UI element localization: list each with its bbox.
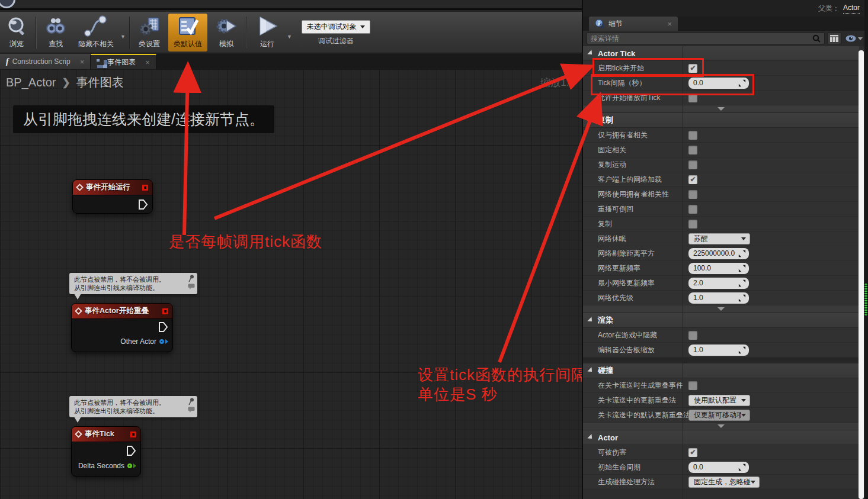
details-info-icon xyxy=(595,19,604,28)
category-expander[interactable] xyxy=(583,305,859,313)
breadcrumb-root[interactable]: BP_Actor xyxy=(6,76,56,89)
checkbox-only-relevant-to-owner[interactable] xyxy=(688,131,697,140)
category-expander[interactable] xyxy=(583,423,859,430)
node-event-actor-begin-overlap[interactable]: 事件Actor开始重叠 Other Actor xyxy=(71,303,173,352)
window-scrollbar-thumb[interactable] xyxy=(864,283,868,316)
tab-details[interactable]: 细节 xyxy=(589,17,678,31)
details-tab-row: 细节 xyxy=(583,17,868,31)
node-disabled-icon[interactable] xyxy=(142,185,148,191)
tab-event-graph[interactable]: 事件图表 xyxy=(91,54,156,69)
event-graph-icon xyxy=(97,59,104,65)
tab-close-icon[interactable] xyxy=(80,57,85,66)
exec-pin-icon[interactable] xyxy=(159,322,168,332)
initial-life-span-input[interactable]: 0.0 xyxy=(688,462,749,473)
checkbox-replicates[interactable] xyxy=(688,220,697,228)
class-settings-button[interactable]: 类设置 xyxy=(132,14,166,51)
checkbox-generate-overlap-events-during-streaming[interactable] xyxy=(688,381,697,390)
spin-diagonal-icon[interactable] xyxy=(738,294,746,302)
node-title: 事件开始运行 xyxy=(86,182,139,192)
parent-class-value[interactable]: Actor xyxy=(843,4,860,14)
section-header-rendering[interactable]: 渲染 xyxy=(583,313,859,328)
checkbox-net-load-on-client[interactable] xyxy=(688,175,697,184)
search-input[interactable] xyxy=(591,34,812,43)
net-update-frequency-input[interactable]: 100.0 xyxy=(688,263,749,274)
hide-unrelated-button[interactable]: 隐藏不相关 xyxy=(73,14,119,51)
section-header-collision[interactable]: 碰撞 xyxy=(583,363,859,378)
parent-class: 父类： Actor xyxy=(818,4,860,14)
debug-object-dropdown[interactable]: 未选中调试对象 xyxy=(302,20,370,34)
spin-diagonal-icon[interactable] xyxy=(738,250,746,257)
play-button[interactable]: 运行 xyxy=(249,14,286,51)
view-options-button[interactable] xyxy=(844,35,864,42)
annotation-line2: 单位是S 秒 xyxy=(418,385,582,404)
debug-group: 未选中调试对象 调试过滤器 xyxy=(302,19,370,46)
net-dormancy-dropdown[interactable]: 苏醒 xyxy=(688,233,750,244)
details-scrollbar-thumb[interactable] xyxy=(859,50,864,499)
checkbox-replicate-movement[interactable] xyxy=(688,160,697,169)
find-button[interactable]: 查找 xyxy=(39,14,73,51)
comment-bubble-icon[interactable] xyxy=(188,407,195,413)
checkbox-allow-tick-before-begin-play[interactable] xyxy=(688,94,697,102)
output-pin-delta-seconds[interactable]: Delta Seconds xyxy=(78,462,136,470)
checkbox-net-use-owner-relevancy[interactable] xyxy=(688,190,697,199)
eye-icon xyxy=(845,35,856,42)
checkbox-start-with-tick-enabled[interactable] xyxy=(688,64,697,73)
node-event-begin-play[interactable]: 事件开始运行 xyxy=(72,179,153,214)
note-line1: 此节点被禁用，将不会被调用。 xyxy=(74,398,182,407)
section-gap xyxy=(583,358,859,363)
editor-billboard-scale-input[interactable]: 1.0 xyxy=(688,345,749,356)
node-disabled-icon[interactable] xyxy=(130,432,136,437)
spin-diagonal-icon[interactable] xyxy=(738,79,746,87)
checkbox-actor-hidden-in-game[interactable] xyxy=(688,331,697,340)
class-defaults-button[interactable]: 类默认值 xyxy=(168,14,207,51)
checkbox-can-be-damaged[interactable] xyxy=(688,448,697,457)
find-label: 查找 xyxy=(49,39,63,49)
expand-triangle-icon xyxy=(587,50,594,56)
update-overlaps-method-dropdown[interactable]: 使用默认配置 xyxy=(688,395,750,406)
play-caret-icon[interactable]: ▼ xyxy=(287,25,292,40)
output-pin-other-actor[interactable]: Other Actor xyxy=(120,337,168,346)
min-net-update-frequency-input[interactable]: 2.0 xyxy=(688,278,749,289)
details-tab-label: 细节 xyxy=(608,19,657,29)
section-header-actor-tick[interactable]: Actor Tick xyxy=(583,46,859,61)
object-pin-icon xyxy=(159,339,164,344)
hide-unrelated-caret-icon[interactable]: ▼ xyxy=(120,25,126,40)
section-header-actor[interactable]: Actor xyxy=(583,430,859,445)
search-box[interactable] xyxy=(587,33,825,44)
spin-diagonal-icon[interactable] xyxy=(738,346,746,354)
row-allow-tick-before-begin-play: 允许开始播放前Tick xyxy=(583,91,859,105)
tab-label: Construction Scrip xyxy=(12,57,71,66)
pin-icon[interactable] xyxy=(188,398,194,405)
node-header: 事件开始运行 xyxy=(73,180,152,195)
section-header-replication[interactable]: 复制 xyxy=(583,113,859,128)
spin-diagonal-icon[interactable] xyxy=(738,279,746,287)
default-update-overlaps-method-dropdown[interactable]: 仅更新可移动项 xyxy=(688,410,750,421)
exec-pin-icon[interactable] xyxy=(127,446,136,456)
tab-label: 事件图表 xyxy=(107,57,136,67)
spin-diagonal-icon[interactable] xyxy=(738,265,746,272)
tab-close-icon[interactable] xyxy=(667,20,672,28)
tick-interval-input[interactable]: 0.0 xyxy=(688,78,749,89)
comment-bubble-icon[interactable] xyxy=(188,284,195,289)
spin-diagonal-icon[interactable] xyxy=(738,463,746,471)
window-scrollbar-track[interactable] xyxy=(864,0,868,499)
category-expander[interactable] xyxy=(583,105,859,113)
tab-construction-script[interactable]: Construction Scrip xyxy=(0,54,91,69)
browse-button[interactable]: 浏览 xyxy=(0,14,33,51)
checkbox-always-relevant[interactable] xyxy=(688,146,697,154)
checkbox-replay-rewindable[interactable] xyxy=(688,205,697,214)
event-graph-canvas[interactable]: BP_Actor 事件图表 缩放1:1 从引脚拖拽连线来创建/连接新节点。 事件… xyxy=(0,69,582,499)
spawn-collision-handling-dropdown[interactable]: 固定生成，忽略碰撞 xyxy=(688,477,760,488)
node-disabled-icon[interactable] xyxy=(162,308,168,314)
net-cull-distance-input[interactable]: 225000000.0 xyxy=(688,248,749,259)
chevron-down-icon xyxy=(741,414,746,417)
exec-pin-icon[interactable] xyxy=(139,199,148,210)
pin-icon[interactable] xyxy=(188,275,194,282)
tab-close-icon[interactable] xyxy=(145,58,150,67)
node-event-tick[interactable]: 事件Tick Delta Seconds xyxy=(71,426,141,477)
find-icon xyxy=(44,15,68,38)
net-priority-input[interactable]: 1.0 xyxy=(688,292,749,304)
property-matrix-button[interactable] xyxy=(827,33,841,44)
chevron-down-icon xyxy=(718,307,725,311)
simulate-button[interactable]: 模拟 xyxy=(209,14,244,51)
